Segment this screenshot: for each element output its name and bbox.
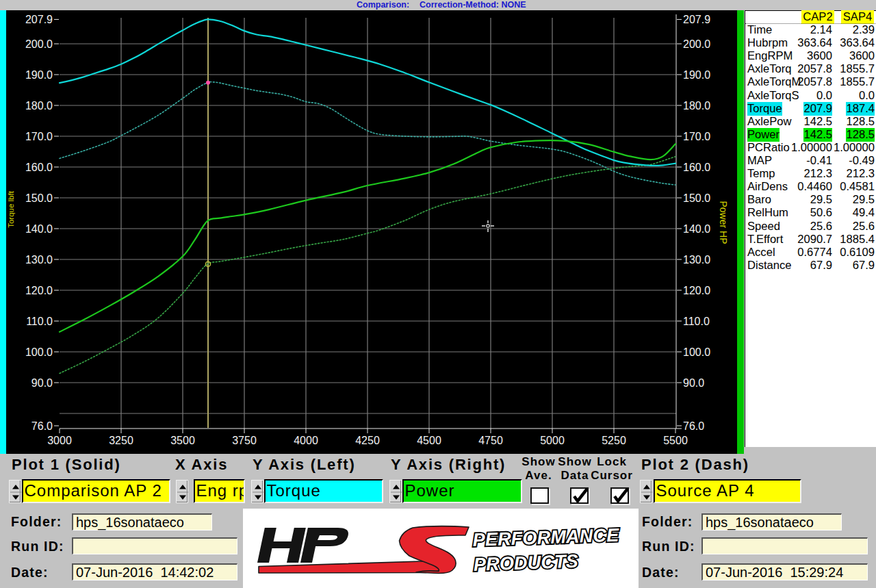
svg-text:3750: 3750 — [232, 435, 257, 446]
svg-text:5500: 5500 — [663, 435, 688, 446]
svg-text:4750: 4750 — [478, 435, 503, 446]
svg-text:3500: 3500 — [170, 435, 195, 446]
svg-text:160.0: 160.0 — [25, 162, 53, 173]
svg-text:5250: 5250 — [602, 435, 626, 446]
svg-text:4000: 4000 — [294, 435, 318, 446]
svg-text:170.0: 170.0 — [683, 131, 710, 142]
svg-text:100.0: 100.0 — [25, 346, 53, 358]
svg-text:120.0: 120.0 — [25, 285, 53, 296]
svg-text:180.0: 180.0 — [25, 100, 53, 112]
svg-text:150.0: 150.0 — [683, 192, 710, 204]
svg-text:110.0: 110.0 — [683, 316, 710, 327]
svg-text:130.0: 130.0 — [25, 254, 53, 266]
svg-text:140.0: 140.0 — [683, 223, 710, 235]
svg-text:5000: 5000 — [540, 435, 565, 446]
svg-text:130.0: 130.0 — [683, 254, 710, 266]
svg-text:180.0: 180.0 — [683, 100, 710, 112]
svg-text:200.0: 200.0 — [683, 38, 710, 50]
svg-text:207.9: 207.9 — [683, 14, 710, 25]
svg-text:200.0: 200.0 — [25, 38, 53, 50]
svg-text:140.0: 140.0 — [25, 223, 53, 235]
svg-text:4250: 4250 — [355, 435, 380, 446]
svg-text:100.0: 100.0 — [683, 346, 710, 358]
svg-text:90.0: 90.0 — [683, 377, 704, 389]
svg-text:PERFORMANCE: PERFORMANCE — [472, 524, 619, 550]
svg-text:PRODUCTS: PRODUCTS — [473, 551, 578, 575]
svg-text:Power HP: Power HP — [718, 201, 729, 244]
svg-text:3250: 3250 — [109, 435, 133, 446]
svg-text:120.0: 120.0 — [683, 285, 710, 296]
svg-text:76.0: 76.0 — [31, 420, 53, 432]
svg-text:76.0: 76.0 — [683, 420, 704, 432]
svg-text:160.0: 160.0 — [683, 162, 710, 173]
svg-text:170.0: 170.0 — [25, 131, 53, 142]
svg-text:90.0: 90.0 — [31, 377, 53, 389]
svg-text:190.0: 190.0 — [683, 69, 710, 81]
svg-text:150.0: 150.0 — [25, 192, 53, 204]
svg-text:3000: 3000 — [47, 435, 72, 446]
svg-text:Torque lbft: Torque lbft — [7, 190, 15, 228]
svg-text:4500: 4500 — [417, 435, 441, 446]
svg-text:190.0: 190.0 — [25, 69, 53, 81]
svg-text:207.9: 207.9 — [25, 14, 53, 25]
svg-text:110.0: 110.0 — [26, 316, 53, 327]
